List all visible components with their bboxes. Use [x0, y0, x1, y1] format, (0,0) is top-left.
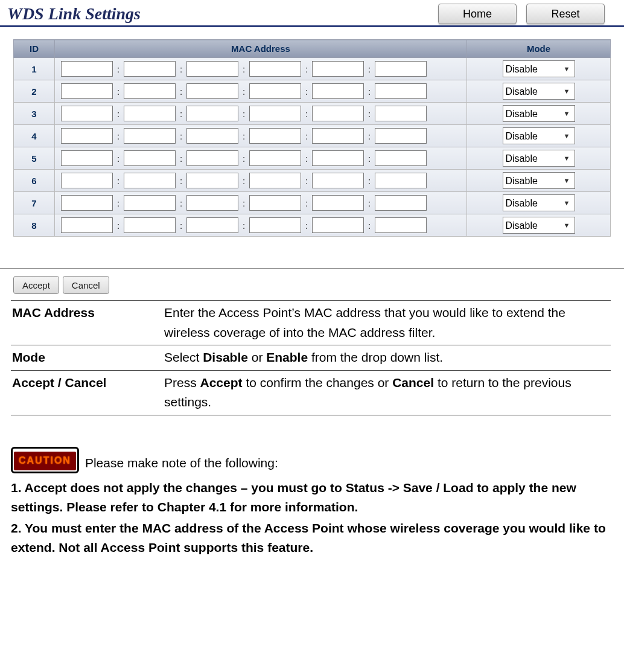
mac-octet-input[interactable] [249, 217, 301, 233]
mac-octet-input[interactable] [375, 217, 427, 233]
row-id: 3 [14, 103, 55, 125]
mac-octet-input[interactable] [249, 150, 301, 166]
mac-octet-input[interactable] [375, 106, 427, 121]
mac-octet-input[interactable] [375, 173, 427, 188]
mac-octet-input[interactable] [186, 128, 238, 144]
mac-octet-input[interactable] [124, 128, 176, 144]
mac-octet-input[interactable] [124, 83, 176, 99]
colon-separator: : [365, 64, 374, 74]
table-row: 4:::::Disable▼ [14, 125, 611, 147]
mac-octet-input[interactable] [186, 195, 238, 211]
mac-octet-input[interactable] [61, 217, 113, 233]
colon-separator: : [240, 220, 248, 231]
colon-separator: : [114, 131, 123, 141]
caution-note-2: 2. You must enter the MAC address of the… [11, 519, 613, 558]
table-row: 3:::::Disable▼ [14, 103, 611, 125]
table-row: 5:::::Disable▼ [14, 147, 611, 170]
mac-octet-input[interactable] [249, 61, 301, 77]
home-button[interactable]: Home [438, 4, 517, 24]
colon-separator: : [240, 153, 248, 164]
mac-octet-input[interactable] [186, 173, 238, 188]
mode-cell: Disable▼ [467, 103, 611, 125]
mac-octet-input[interactable] [124, 106, 176, 121]
mode-select[interactable]: Disable [503, 150, 575, 167]
table-row: 7:::::Disable▼ [14, 192, 611, 214]
row-id: 4 [14, 125, 55, 147]
mac-octet-input[interactable] [124, 195, 176, 211]
caution-icon: CAUTION [11, 447, 79, 473]
wds-table: ID MAC Address Mode 1:::::Disable▼2:::::… [13, 39, 611, 237]
help-term: MAC Address [11, 301, 163, 345]
mac-octet-input[interactable] [124, 173, 176, 188]
mac-octet-input[interactable] [124, 61, 176, 77]
mac-octet-input[interactable] [61, 61, 113, 77]
mac-octet-input[interactable] [312, 173, 364, 188]
mac-octet-input[interactable] [186, 106, 238, 121]
colon-separator: : [240, 109, 248, 119]
help-term: Mode [11, 345, 163, 371]
mode-select[interactable]: Disable [503, 60, 575, 77]
colon-separator: : [114, 64, 123, 74]
mac-octet-input[interactable] [249, 106, 301, 121]
mac-octet-input[interactable] [375, 128, 427, 144]
mac-octet-input[interactable] [61, 106, 113, 121]
mac-octet-input[interactable] [312, 150, 364, 166]
mac-octet-input[interactable] [61, 173, 113, 188]
accept-button[interactable]: Accept [13, 276, 59, 294]
colon-separator: : [302, 131, 311, 141]
row-id: 7 [14, 192, 55, 214]
mac-octet-input[interactable] [312, 83, 364, 99]
mode-select[interactable]: Disable [503, 105, 575, 122]
colon-separator: : [302, 64, 311, 74]
help-table: MAC Address Enter the Access Point’s MAC… [11, 300, 611, 415]
colon-separator: : [240, 64, 248, 74]
mac-octet-input[interactable] [61, 83, 113, 99]
mac-cell: ::::: [55, 147, 467, 170]
colon-separator: : [177, 64, 185, 74]
mode-select[interactable]: Disable [503, 217, 575, 234]
mac-octet-input[interactable] [312, 195, 364, 211]
mac-octet-input[interactable] [375, 195, 427, 211]
mac-octet-input[interactable] [312, 217, 364, 233]
colon-separator: : [240, 198, 248, 208]
mac-octet-input[interactable] [375, 61, 427, 77]
mac-octet-input[interactable] [186, 150, 238, 166]
mode-select[interactable]: Disable [503, 83, 575, 100]
mac-octet-input[interactable] [375, 150, 427, 166]
mac-octet-input[interactable] [312, 61, 364, 77]
mac-octet-input[interactable] [312, 128, 364, 144]
mac-octet-input[interactable] [249, 83, 301, 99]
colon-separator: : [177, 109, 185, 119]
mac-octet-input[interactable] [249, 195, 301, 211]
mac-octet-input[interactable] [61, 128, 113, 144]
mac-octet-input[interactable] [312, 106, 364, 121]
mac-octet-input[interactable] [375, 83, 427, 99]
mac-octet-input[interactable] [249, 128, 301, 144]
mode-cell: Disable▼ [467, 192, 611, 214]
caution-header: CAUTION Please make note of the followin… [11, 447, 613, 473]
mode-select[interactable]: Disable [503, 127, 575, 144]
mac-octet-input[interactable] [124, 150, 176, 166]
colon-separator: : [240, 131, 248, 141]
colon-separator: : [302, 86, 311, 97]
mac-octet-input[interactable] [186, 83, 238, 99]
mode-select[interactable]: Disable [503, 194, 575, 211]
reset-button[interactable]: Reset [526, 4, 605, 24]
colon-separator: : [177, 198, 185, 208]
mode-select[interactable]: Disable [503, 172, 575, 189]
table-row: 6:::::Disable▼ [14, 170, 611, 192]
colon-separator: : [302, 109, 311, 119]
cancel-button[interactable]: Cancel [63, 276, 109, 294]
mac-octet-input[interactable] [186, 217, 238, 233]
row-id: 1 [14, 58, 55, 80]
colon-separator: : [114, 109, 123, 119]
caution-notes: 1. Accept does not apply the changes – y… [11, 478, 613, 558]
mac-octet-input[interactable] [61, 195, 113, 211]
row-id: 6 [14, 170, 55, 192]
mac-octet-input[interactable] [249, 173, 301, 188]
mac-octet-input[interactable] [61, 150, 113, 166]
mac-octet-input[interactable] [186, 61, 238, 77]
mac-cell: ::::: [55, 58, 467, 80]
mac-octet-input[interactable] [124, 217, 176, 233]
colon-separator: : [365, 131, 374, 141]
